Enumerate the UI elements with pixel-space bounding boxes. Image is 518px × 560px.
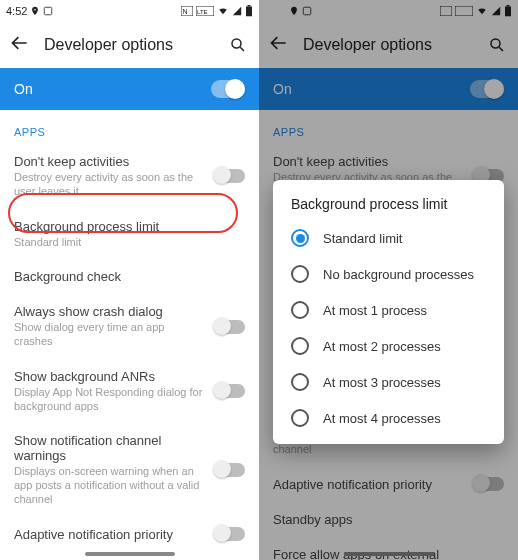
radio-icon <box>291 409 309 427</box>
back-icon[interactable] <box>10 33 30 57</box>
signal-icon <box>232 6 242 16</box>
search-button[interactable] <box>486 34 508 56</box>
toggle-switch[interactable] <box>215 384 245 398</box>
master-toggle-label: On <box>273 81 292 97</box>
option-at-most-1[interactable]: At most 1 process <box>279 292 498 328</box>
option-label: Standard limit <box>323 231 402 246</box>
svg-rect-5 <box>246 7 252 17</box>
item-adaptive-priority[interactable]: Adaptive notification priority <box>259 467 518 502</box>
svg-point-7 <box>232 39 241 48</box>
svg-text:LTE: LTE <box>197 9 208 15</box>
item-title: Adaptive notification priority <box>273 477 464 492</box>
status-time: 4:52 <box>6 5 27 17</box>
master-toggle-row[interactable]: On <box>0 68 259 110</box>
location-icon <box>289 6 299 16</box>
option-label: At most 2 processes <box>323 339 441 354</box>
item-title: Background check <box>14 269 245 284</box>
item-background-process-limit[interactable]: Background process limit Standard limit <box>0 209 259 260</box>
dialog-title: Background process limit <box>279 196 498 220</box>
svg-rect-10 <box>455 6 473 16</box>
item-title: Standby apps <box>273 512 504 527</box>
option-standard-limit[interactable]: Standard limit <box>279 220 498 256</box>
option-at-most-2[interactable]: At most 2 processes <box>279 328 498 364</box>
wifi-icon <box>476 6 488 16</box>
svg-rect-8 <box>304 7 312 15</box>
item-background-check[interactable]: Background check <box>0 259 259 294</box>
svg-rect-9 <box>440 6 452 16</box>
item-force-external[interactable]: Force allow apps on external Makes any a… <box>259 537 518 560</box>
item-dont-keep-activities[interactable]: Don't keep activities Destroy every acti… <box>0 144 259 209</box>
volte-icon <box>455 6 473 16</box>
app-bar: Developer options <box>0 22 259 68</box>
toggle-switch[interactable] <box>215 527 245 541</box>
item-title: Show notification channel warnings <box>14 433 205 463</box>
toggle-switch[interactable] <box>215 320 245 334</box>
radio-icon <box>291 373 309 391</box>
app-icon <box>302 6 312 16</box>
pane-left: 4:52 N LTE Developer options On APPS <box>0 0 259 560</box>
search-button[interactable] <box>227 34 249 56</box>
item-subtitle: Standard limit <box>14 236 245 250</box>
toggle-switch[interactable] <box>474 477 504 491</box>
item-title: Show background ANRs <box>14 369 205 384</box>
item-title: Adaptive notification priority <box>14 527 205 542</box>
radio-icon <box>291 265 309 283</box>
back-icon[interactable] <box>269 33 289 57</box>
option-no-background[interactable]: No background processes <box>279 256 498 292</box>
wifi-icon <box>217 6 229 16</box>
nav-handle[interactable] <box>344 552 434 556</box>
nav-handle[interactable] <box>85 552 175 556</box>
svg-rect-12 <box>507 5 510 7</box>
volte-icon: LTE <box>196 6 214 16</box>
master-toggle-switch[interactable] <box>470 80 504 98</box>
item-title: Always show crash dialog <box>14 304 205 319</box>
status-bar: 4:52 N LTE <box>0 0 259 22</box>
radio-icon <box>291 337 309 355</box>
option-label: At most 1 process <box>323 303 427 318</box>
item-title: Don't keep activities <box>14 154 205 169</box>
app-bar: Developer options <box>259 22 518 68</box>
page-title: Developer options <box>303 36 472 54</box>
battery-icon <box>504 5 512 17</box>
section-apps: APPS <box>259 110 518 144</box>
master-toggle-label: On <box>14 81 33 97</box>
item-crash-dialog[interactable]: Always show crash dialog Show dialog eve… <box>0 294 259 359</box>
item-notification-warnings[interactable]: Show notification channel warnings Displ… <box>0 423 259 516</box>
dialog-background-process-limit: Background process limit Standard limit … <box>273 180 504 444</box>
svg-rect-6 <box>248 5 251 7</box>
page-title: Developer options <box>44 36 213 54</box>
item-standby-apps[interactable]: Standby apps <box>259 502 518 537</box>
svg-rect-0 <box>45 7 53 15</box>
master-toggle-row[interactable]: On <box>259 68 518 110</box>
battery-icon <box>245 5 253 17</box>
search-icon <box>488 36 506 54</box>
radio-icon <box>291 229 309 247</box>
item-title: Don't keep activities <box>273 154 464 169</box>
item-adaptive-priority[interactable]: Adaptive notification priority <box>0 517 259 552</box>
option-label: At most 3 processes <box>323 375 441 390</box>
nfc-icon: N <box>181 6 193 16</box>
toggle-switch[interactable] <box>215 169 245 183</box>
section-apps: APPS <box>0 110 259 144</box>
master-toggle-switch[interactable] <box>211 80 245 98</box>
item-subtitle: Display App Not Responding dialog for ba… <box>14 386 205 414</box>
svg-text:N: N <box>183 8 188 15</box>
pane-right: 4:52 Developer options On APPS <box>259 0 518 560</box>
signal-icon <box>491 6 501 16</box>
item-subtitle: Show dialog every time an app crashes <box>14 321 205 349</box>
item-background-anrs[interactable]: Show background ANRs Display App Not Res… <box>0 359 259 424</box>
option-at-most-4[interactable]: At most 4 processes <box>279 400 498 436</box>
radio-icon <box>291 301 309 319</box>
location-icon <box>30 6 40 16</box>
option-label: At most 4 processes <box>323 411 441 426</box>
option-at-most-3[interactable]: At most 3 processes <box>279 364 498 400</box>
item-title: Background process limit <box>14 219 245 234</box>
item-subtitle: Destroy every activity as soon as the us… <box>14 171 205 199</box>
option-label: No background processes <box>323 267 474 282</box>
item-subtitle: Displays on-screen warning when an app p… <box>14 465 205 506</box>
svg-rect-11 <box>505 7 511 17</box>
nfc-icon <box>440 6 452 16</box>
search-icon <box>229 36 247 54</box>
svg-point-13 <box>491 39 500 48</box>
toggle-switch[interactable] <box>215 463 245 477</box>
